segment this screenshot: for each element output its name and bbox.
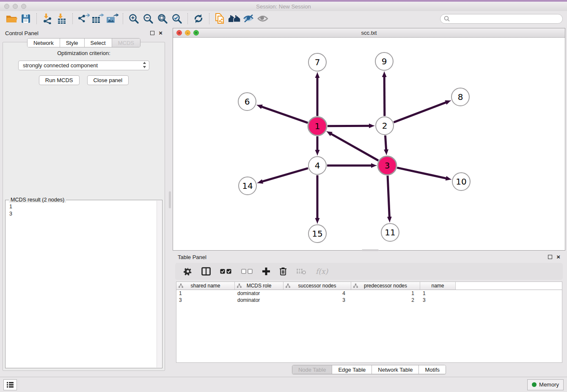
network-window-titlebar[interactable]: × − + scc.txt — [173, 28, 565, 38]
graph-node-14[interactable]: 14 — [239, 177, 256, 195]
graph-edge-1-2[interactable] — [369, 124, 374, 128]
graph-node-2[interactable]: 2 — [376, 117, 394, 135]
float-table-panel-icon[interactable] — [548, 255, 552, 259]
save-session-icon[interactable] — [19, 13, 33, 25]
delete-column-icon[interactable] — [279, 265, 287, 277]
zoom-out-icon[interactable] — [141, 13, 155, 25]
check-all-icon[interactable] — [220, 265, 232, 277]
close-panel-button[interactable]: Close panel — [87, 75, 129, 85]
cell-mcds-role[interactable]: dominator — [235, 290, 284, 297]
network-graph-svg[interactable]: 7968124314101511 — [173, 38, 565, 250]
search-input[interactable] — [452, 16, 559, 22]
tab-node-table[interactable]: Node Table — [292, 365, 333, 374]
delete-table-icon[interactable] — [296, 265, 306, 277]
column-header-name[interactable]: name — [420, 282, 456, 290]
result-scrollbar[interactable] — [157, 201, 162, 367]
show-hidden-eye-icon[interactable] — [256, 13, 270, 25]
graph-node-8[interactable]: 8 — [451, 88, 469, 106]
hide-selected-eye-icon[interactable] — [242, 13, 256, 25]
search-field[interactable] — [440, 14, 563, 24]
memory-button[interactable]: Memory — [527, 379, 564, 390]
toggle-columns-icon[interactable] — [201, 265, 211, 277]
close-table-panel-icon[interactable]: × — [556, 255, 560, 259]
add-column-icon[interactable] — [262, 265, 270, 277]
graph-edge-4-14[interactable] — [257, 179, 263, 184]
column-header-successor-nodes[interactable]: successor nodes — [284, 282, 351, 290]
cell-shared-name[interactable]: 3 — [176, 297, 235, 304]
column-header-shared-name[interactable]: shared name — [176, 282, 235, 290]
graph-node-1[interactable]: 1 — [308, 117, 327, 135]
status-bar: Memory — [0, 377, 567, 392]
zoom-selected-icon[interactable] — [170, 13, 184, 25]
tab-edge-table[interactable]: Edge Table — [332, 365, 372, 374]
cell-predecessor-nodes[interactable]: 1 — [351, 290, 420, 297]
column-header-predecessor-nodes[interactable]: predecessor nodes — [351, 282, 420, 290]
function-builder-icon[interactable]: f(x) — [316, 267, 328, 276]
search-icon — [444, 16, 450, 22]
float-panel-icon[interactable] — [150, 31, 154, 35]
duplicate-network-icon[interactable] — [213, 13, 227, 25]
graph-edge-3-11[interactable] — [387, 217, 392, 222]
graph-node-15[interactable]: 15 — [308, 225, 326, 243]
graph-edge-2-9[interactable] — [382, 72, 387, 77]
graph-node-4[interactable]: 4 — [308, 157, 326, 174]
graph-edge-1-4[interactable] — [315, 150, 320, 155]
minimize-window-button[interactable] — [13, 4, 18, 9]
export-network-icon[interactable] — [76, 13, 91, 25]
zoom-fit-icon[interactable] — [155, 13, 170, 25]
svg-text:8: 8 — [458, 92, 463, 102]
mcds-result-list[interactable]: 1 3 — [6, 201, 157, 367]
tab-select[interactable]: Select — [85, 39, 112, 47]
open-session-icon[interactable] — [4, 13, 19, 25]
uncheck-all-icon[interactable] — [241, 265, 253, 277]
criterion-select[interactable]: strongly connected component — [18, 61, 149, 70]
import-table-icon[interactable] — [55, 13, 69, 25]
graph-edge-4-3[interactable] — [371, 163, 377, 168]
import-network-icon[interactable] — [40, 13, 55, 25]
graph-node-11[interactable]: 11 — [381, 224, 399, 241]
close-window-button[interactable] — [4, 4, 9, 9]
cell-successor-nodes[interactable]: 4 — [284, 290, 351, 297]
table-row[interactable]: 1 dominator 4 1 1 — [176, 290, 562, 297]
window-controls[interactable] — [4, 4, 26, 9]
run-mcds-button[interactable]: Run MCDS — [39, 75, 80, 85]
cell-mcds-role[interactable]: dominator — [235, 297, 284, 304]
cell-name[interactable]: 3 — [420, 297, 456, 304]
cell-shared-name[interactable]: 1 — [176, 290, 235, 297]
tab-network-table[interactable]: Network Table — [372, 365, 419, 374]
tab-network[interactable]: Network — [28, 39, 60, 47]
task-history-button[interactable] — [3, 379, 17, 390]
tab-mcds[interactable]: MCDS — [112, 39, 140, 47]
export-image-icon[interactable] — [105, 13, 119, 25]
vertical-splitter-handle[interactable] — [169, 191, 171, 208]
graph-node-7[interactable]: 7 — [308, 53, 326, 71]
graph-node-3[interactable]: 3 — [378, 156, 396, 175]
home-layout-icon[interactable] — [227, 13, 242, 25]
graph-edge-2-3[interactable] — [384, 149, 388, 155]
graph-node-9[interactable]: 9 — [375, 52, 393, 70]
cell-successor-nodes[interactable]: 3 — [284, 297, 351, 304]
graph-edge-1-6[interactable] — [257, 105, 263, 109]
zoom-window-button[interactable] — [21, 4, 26, 9]
svg-text:6: 6 — [245, 97, 250, 107]
network-canvas[interactable]: 7968124314101511 — [173, 38, 565, 250]
graph-node-10[interactable]: 10 — [452, 173, 470, 190]
graph-edge-1-7[interactable] — [315, 72, 320, 78]
table-row[interactable]: 3 dominator 3 2 3 — [176, 297, 562, 304]
close-panel-icon[interactable]: × — [159, 31, 162, 35]
zoom-in-icon[interactable] — [127, 13, 141, 25]
settings-gear-icon[interactable] — [184, 265, 192, 277]
cell-predecessor-nodes[interactable]: 2 — [351, 297, 420, 304]
refresh-icon[interactable] — [191, 13, 206, 25]
column-header-mcds-role[interactable]: MCDS role — [235, 282, 284, 290]
mcds-panel-body: Optimization criterion: strongly connect… — [3, 42, 165, 371]
graph-edge-4-15[interactable] — [315, 218, 320, 224]
graph-edge-2-8[interactable] — [445, 100, 451, 105]
cell-name[interactable]: 1 — [420, 290, 456, 297]
tab-style[interactable]: Style — [60, 39, 85, 47]
horizontal-splitter-handle[interactable] — [362, 249, 379, 251]
graph-edge-3-10[interactable] — [446, 176, 451, 181]
graph-node-6[interactable]: 6 — [238, 93, 256, 110]
export-table-icon[interactable] — [91, 13, 105, 25]
tab-motifs[interactable]: Motifs — [419, 365, 446, 374]
